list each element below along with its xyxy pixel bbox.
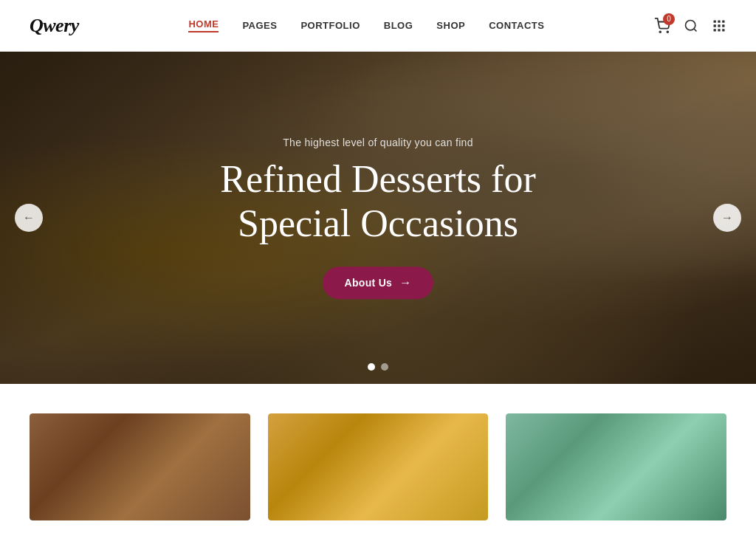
hero-cta-label: About Us <box>345 277 393 289</box>
nav-shop[interactable]: SHOP <box>436 20 465 31</box>
hero-dot-1[interactable] <box>368 363 375 371</box>
cart-button[interactable]: 0 <box>654 18 670 34</box>
hero-content: The highest level of quality you can fin… <box>157 137 599 299</box>
card-croissant-image <box>268 413 489 520</box>
nav-pages[interactable]: PAGES <box>242 20 277 31</box>
svg-rect-7 <box>714 24 716 27</box>
card-bread-image <box>30 413 250 520</box>
hero-next-button[interactable]: → <box>713 204 741 232</box>
card-croissant[interactable] <box>268 413 489 520</box>
svg-point-2 <box>686 20 695 30</box>
site-logo[interactable]: Qwery <box>30 15 79 37</box>
svg-point-0 <box>659 31 661 32</box>
nav-portfolio[interactable]: PORTFOLIO <box>300 20 360 31</box>
nav-home[interactable]: HOME <box>188 18 219 32</box>
hero-section: ← The highest level of quality you can f… <box>0 52 756 384</box>
hero-dot-2[interactable] <box>381 363 388 371</box>
svg-point-1 <box>667 31 668 32</box>
hero-pagination <box>368 363 388 371</box>
hero-title: Refined Desserts for Special Occasions <box>157 157 599 246</box>
hero-prev-button[interactable]: ← <box>15 204 43 232</box>
nav-contacts[interactable]: CONTACTS <box>489 20 544 31</box>
svg-rect-5 <box>718 20 720 22</box>
search-button[interactable] <box>684 18 698 33</box>
svg-rect-10 <box>714 29 716 31</box>
svg-rect-9 <box>722 24 724 27</box>
hero-subtitle: The highest level of quality you can fin… <box>157 137 599 148</box>
card-macaron[interactable] <box>506 413 726 520</box>
featured-cards <box>0 384 756 520</box>
hero-cta-button[interactable]: About Us → <box>323 267 434 299</box>
site-header: Qwery HOME PAGES PORTFOLIO BLOG SHOP CON… <box>0 0 756 52</box>
nav-blog[interactable]: BLOG <box>384 20 413 31</box>
svg-rect-11 <box>718 29 720 31</box>
svg-rect-8 <box>718 24 720 27</box>
grid-menu-button[interactable] <box>712 18 726 33</box>
hero-cta-arrow: → <box>399 276 411 289</box>
card-bread[interactable] <box>30 413 250 520</box>
svg-rect-12 <box>722 29 724 31</box>
svg-rect-6 <box>722 20 724 22</box>
card-macaron-image <box>506 413 726 520</box>
main-nav: HOME PAGES PORTFOLIO BLOG SHOP CONTACTS <box>188 18 544 32</box>
svg-rect-4 <box>714 20 716 22</box>
svg-line-3 <box>694 28 697 31</box>
cart-badge: 0 <box>663 13 675 25</box>
header-icons: 0 <box>654 18 726 34</box>
